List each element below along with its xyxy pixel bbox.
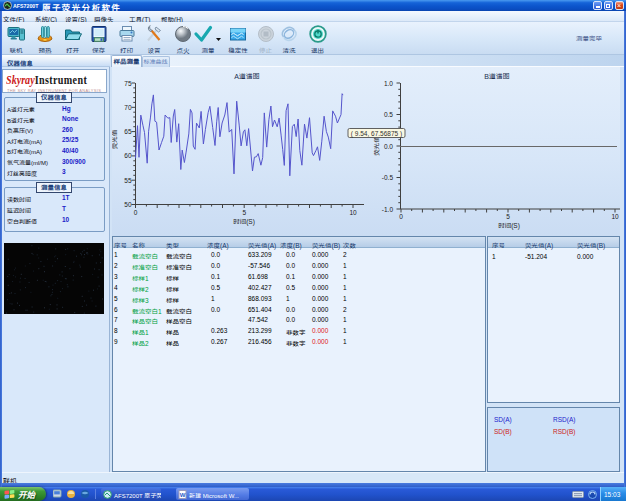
svg-text:荧光值: 荧光值	[112, 129, 118, 149]
svg-text:10: 10	[349, 209, 357, 216]
svg-text:W: W	[180, 492, 186, 498]
svg-text:1.0: 1.0	[384, 80, 393, 87]
svg-text:0: 0	[399, 213, 403, 220]
svg-text:时间(S): 时间(S)	[233, 218, 255, 226]
svg-text:-1.0: -1.0	[382, 206, 394, 213]
svg-text:70: 70	[124, 104, 132, 111]
svg-text:55: 55	[124, 177, 132, 184]
svg-text:75: 75	[124, 80, 132, 87]
svg-text:-0.5: -0.5	[382, 174, 394, 181]
svg-text:( 9.54, 67.56875 ): ( 9.54, 67.56875 )	[351, 130, 402, 138]
svg-text:0: 0	[134, 209, 138, 216]
svg-text:B道谱图: B道谱图	[484, 73, 510, 80]
svg-text:时间(S): 时间(S)	[498, 222, 520, 230]
svg-text:0.5: 0.5	[384, 111, 393, 118]
svg-text:65: 65	[124, 128, 132, 135]
svg-text:5: 5	[506, 213, 510, 220]
svg-text:荧光值: 荧光值	[373, 136, 380, 156]
svg-text:50: 50	[124, 201, 132, 208]
svg-text:60: 60	[124, 152, 132, 159]
svg-text:0.0: 0.0	[384, 143, 393, 150]
svg-text:5: 5	[242, 209, 246, 216]
svg-text:10: 10	[611, 213, 619, 220]
svg-text:A道谱图: A道谱图	[234, 73, 260, 80]
